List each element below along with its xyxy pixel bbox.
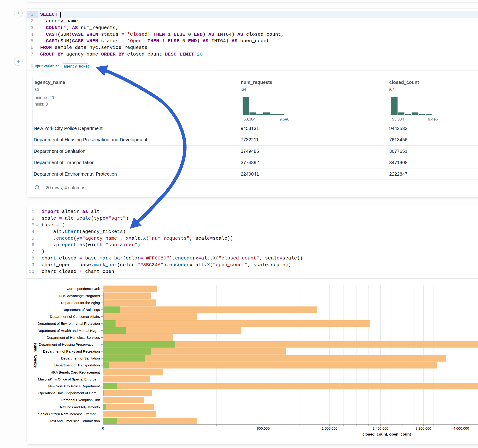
svg-text:Department of Transportation: Department of Transportation [54,363,100,367]
svg-text:Operations Unit - Department o: Operations Unit - Department of Hom… [38,391,100,395]
svg-text:Department of Health and Menta: Department of Health and Mental Hyg… [38,329,100,333]
svg-text:Department of Homeless Service: Department of Homeless Services [47,336,100,339]
svg-text:Personal Exemption Unit: Personal Exemption Unit [61,398,100,402]
svg-text:Department of Housing Preserva: Department of Housing Preservation … [39,342,100,346]
svg-text:0: 0 [102,426,104,430]
svg-text:HRA Benefit Card Replacement: HRA Benefit Card Replacement [50,370,100,374]
svg-text:3,200,000: 3,200,000 [415,426,431,430]
svg-text:Taxi and Limousine Commission: Taxi and Limousine Commission [50,419,100,423]
svg-text:Department of Buildings: Department of Buildings [63,308,100,311]
svg-text:Refunds and Adjustments: Refunds and Adjustments [60,405,100,409]
svg-text:Department for the Aging: Department for the Aging [61,301,100,305]
svg-text:Department of Parks and Recrea: Department of Parks and Recreation [43,349,100,353]
svg-text:1,600,000: 1,600,000 [322,426,337,430]
svg-text:New York City Police Departmen: New York City Police Department [48,384,100,388]
svg-text:Senior Citizen Rent Increase E: Senior Citizen Rent Increase Exempti… [38,412,100,416]
svg-text:DHS Advantage Programs: DHS Advantage Programs [59,294,100,298]
svg-text:Correspondence Unit: Correspondence Unit [67,287,100,291]
svg-text:closed_count, open_count: closed_count, open_count [363,432,411,436]
svg-text:Department of Environmental Pr: Department of Environmental Protection [38,322,100,325]
svg-text:Department of Consumer Affairs: Department of Consumer Affairs [50,315,100,318]
svg-text:4,000,000: 4,000,000 [453,426,469,430]
svg-text:2,400,000: 2,400,000 [373,426,388,430]
svg-text:Mayorâ€ s Office of Special En: Mayorâ€ s Office of Special Enforce… [38,377,100,381]
svg-text:agency_name: agency_name [33,342,37,367]
svg-text:800,000: 800,000 [257,426,270,430]
svg-text:Department of Sanitation: Department of Sanitation [61,356,100,360]
